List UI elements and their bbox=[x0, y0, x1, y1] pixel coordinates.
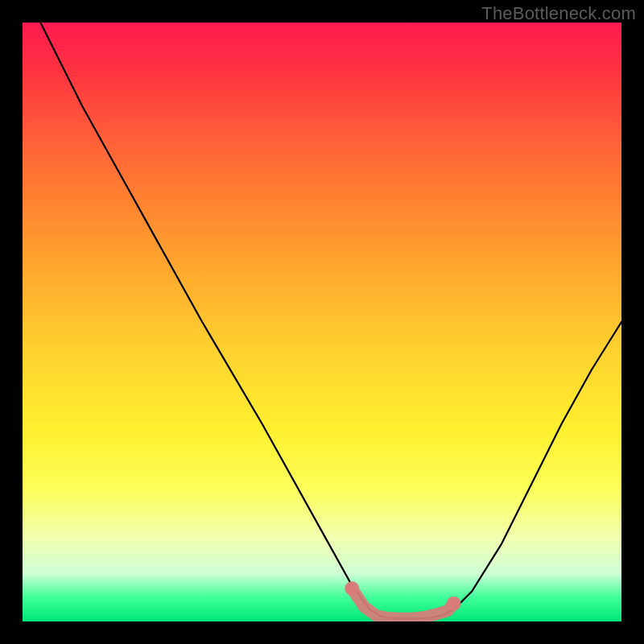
plot-area bbox=[23, 23, 621, 621]
watermark-text: TheBottleneck.com bbox=[481, 3, 636, 24]
curve-path bbox=[40, 23, 621, 618]
marker-end-dot bbox=[447, 597, 461, 611]
chart-frame: TheBottleneck.com bbox=[0, 0, 644, 644]
bottleneck-curve bbox=[40, 23, 621, 618]
bottleneck-zone-markers bbox=[345, 581, 461, 618]
marker-band bbox=[352, 588, 454, 618]
marker-end-dot bbox=[345, 581, 359, 596]
chart-svg bbox=[23, 23, 621, 621]
